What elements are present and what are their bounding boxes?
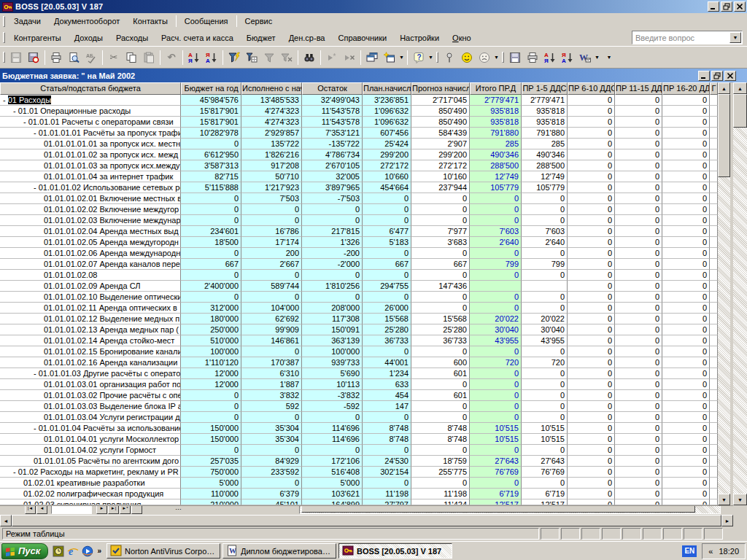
value-cell[interactable]: 6'379 (241, 489, 302, 499)
value-cell[interactable]: 170'387 (241, 357, 302, 368)
value-cell[interactable]: 0 (568, 95, 615, 106)
budget-article-cell[interactable]: - 01.01.01 Расчеты с операторами связи (0, 117, 181, 128)
value-cell[interactable]: 2'929'857 (241, 128, 302, 139)
internet-explorer-icon[interactable]: e (66, 545, 79, 557)
budget-article-cell[interactable]: 01.01.01.04.02 услуги Гормост (0, 445, 181, 456)
value-cell[interactable]: 299'200 (363, 149, 411, 160)
value-cell[interactable]: 1'810'256 (302, 281, 363, 292)
value-cell[interactable]: 35'304 (241, 434, 302, 445)
value-cell[interactable]: 104'000 (241, 303, 302, 314)
value-cell[interactable]: 0 (615, 401, 662, 412)
value-cell[interactable]: 0 (662, 456, 710, 467)
value-cell[interactable]: 0 (470, 379, 522, 390)
value-cell[interactable]: 600 (411, 357, 470, 368)
value-cell[interactable]: 10'113 (302, 379, 363, 390)
table-hscroll-thumb[interactable] (301, 505, 695, 513)
value-cell[interactable]: 99'909 (241, 324, 302, 335)
value-cell[interactable]: 0 (615, 335, 662, 346)
value-cell[interactable]: 0 (615, 303, 662, 314)
sort-desc-icon[interactable]: ЯА (203, 49, 220, 66)
value-cell[interactable]: 0 (615, 412, 662, 423)
value-cell[interactable]: 0 (302, 445, 363, 456)
value-cell[interactable]: 312'000 (181, 303, 241, 314)
value-cell[interactable]: 0 (411, 478, 470, 489)
budget-article-cell[interactable]: 01.01.01.01.01 за пропуск исх. местн (0, 139, 181, 149)
value-cell[interactable]: 103'621 (302, 489, 363, 499)
budget-article-cell[interactable]: 01.01.01.02.01 Включение местных в (0, 193, 181, 204)
column-header[interactable]: Итого ПР.Д (470, 82, 522, 95)
close-button[interactable] (734, 1, 746, 12)
value-cell[interactable]: 5'115'888 (181, 182, 241, 193)
budget-article-cell[interactable]: - 01.01.01.04 Расчёты за использование (0, 423, 181, 434)
value-cell[interactable]: 0 (302, 270, 363, 281)
value-cell[interactable]: 288'500 (470, 160, 522, 171)
window-vertical-scrollbar[interactable]: ▲ ▼ (733, 82, 747, 505)
value-cell[interactable]: 0 (181, 292, 241, 303)
value-cell[interactable]: 0 (568, 182, 615, 193)
value-cell[interactable]: 454 (363, 390, 411, 401)
menu-item[interactable]: Документооборот (47, 15, 126, 28)
value-cell[interactable]: 100'000 (302, 346, 363, 357)
value-cell[interactable]: 147 (363, 401, 411, 412)
window-vscroll-track[interactable] (733, 128, 747, 494)
value-cell[interactable]: 27'643 (522, 456, 568, 467)
value-cell[interactable]: 0 (411, 204, 470, 215)
value-cell[interactable]: 35'304 (241, 423, 302, 434)
value-cell[interactable]: 0 (662, 128, 710, 139)
value-cell[interactable]: 10'515 (470, 434, 522, 445)
value-cell[interactable]: 10'660 (363, 171, 411, 182)
value-cell[interactable]: 0 (522, 215, 568, 226)
quick-launch-overflow-icon[interactable]: » (97, 547, 101, 555)
value-cell[interactable]: 2'640 (470, 237, 522, 248)
value-cell[interactable]: 0 (568, 499, 615, 505)
value-cell[interactable]: 0 (662, 182, 710, 193)
value-cell[interactable]: 2'779'471 (522, 95, 568, 106)
toolbar-drag-handle[interactable] (436, 52, 438, 63)
value-cell[interactable]: 1'096'632 (363, 117, 411, 128)
value-cell[interactable]: 234'601 (181, 226, 241, 237)
value-cell[interactable]: 490'346 (470, 149, 522, 160)
value-cell[interactable]: 7'353'121 (302, 128, 363, 139)
value-cell[interactable]: 20'022 (522, 314, 568, 324)
value-cell[interactable]: 0 (568, 303, 615, 314)
language-indicator[interactable]: EN (682, 545, 697, 557)
value-cell[interactable]: 0 (662, 259, 710, 270)
print-preview-icon[interactable] (65, 49, 82, 66)
sort-desc-icon[interactable]: ЯА (559, 49, 576, 66)
column-header[interactable]: План.начислен (363, 82, 411, 95)
value-cell[interactable]: 0 (470, 390, 522, 401)
value-cell[interactable]: 5'183 (363, 237, 411, 248)
value-cell[interactable]: 147'436 (411, 281, 470, 292)
value-cell[interactable]: 0 (568, 248, 615, 259)
copy-icon[interactable] (123, 49, 140, 66)
value-cell[interactable]: 0 (568, 368, 615, 379)
table-vertical-scrollbar[interactable]: ▲ ▼ (718, 82, 730, 505)
value-cell[interactable]: 36'733 (411, 335, 470, 346)
value-cell[interactable]: 3'897'965 (302, 182, 363, 193)
budget-article-cell[interactable]: 01.01.01.02.15 Бронирование канали (0, 346, 181, 357)
value-cell[interactable]: 36'733 (363, 335, 411, 346)
value-cell[interactable]: 114'696 (302, 423, 363, 434)
value-cell[interactable]: 0 (241, 445, 302, 456)
sort-asc-icon[interactable]: АЯ (541, 49, 559, 66)
value-cell[interactable]: 0 (568, 160, 615, 171)
value-cell[interactable]: 0 (363, 412, 411, 423)
value-cell[interactable]: 0 (302, 412, 363, 423)
value-cell[interactable]: 43'955 (522, 335, 568, 346)
doc-restore-button[interactable] (711, 71, 723, 81)
value-cell[interactable]: 117'308 (302, 314, 363, 324)
value-cell[interactable]: 0 (568, 412, 615, 423)
budget-article-cell[interactable]: 01.01.01.02.13 Аренда медных пар ( (0, 324, 181, 335)
value-cell[interactable]: 0 (662, 368, 710, 379)
budget-article-cell[interactable]: 01.01.01.02.05 Аренда междугородн (0, 237, 181, 248)
value-cell[interactable]: 26'000 (363, 303, 411, 314)
budget-article-cell[interactable]: 01.01.01.01.03 за пропуск исх.между (0, 160, 181, 171)
value-cell[interactable]: 12'000 (181, 368, 241, 379)
value-cell[interactable]: -200 (302, 248, 363, 259)
value-cell[interactable]: 3'832 (241, 390, 302, 401)
value-cell[interactable]: 601 (411, 390, 470, 401)
value-cell[interactable]: 27'797 (363, 499, 411, 505)
value-cell[interactable]: 3'236'851 (363, 95, 411, 106)
value-cell[interactable]: 16'786 (241, 226, 302, 237)
value-cell[interactable]: 0 (568, 445, 615, 456)
